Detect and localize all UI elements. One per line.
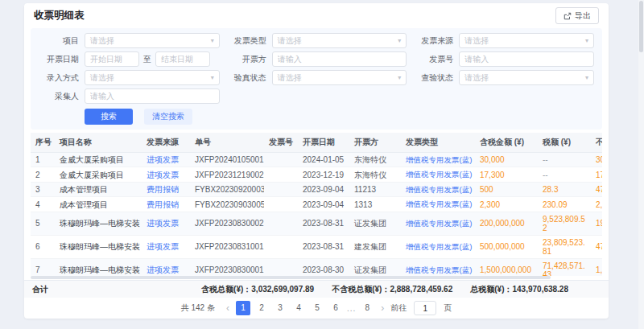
cell-invoice-no bbox=[264, 182, 298, 196]
vertical-scrollbar[interactable] bbox=[638, 0, 644, 329]
vertical-scrollbar-thumb[interactable] bbox=[639, 1, 643, 52]
col-header-source: 发票来源 bbox=[142, 133, 190, 153]
page-button-5[interactable]: 5 bbox=[310, 301, 324, 315]
total-amount-incl-label: 含税总额(¥)： bbox=[201, 285, 251, 294]
col-header-project: 项目名称 bbox=[55, 133, 142, 153]
table-row[interactable]: 5 珠穆朗玛峰—电梯安装 进项发票 JXFP20230830002 2023-0… bbox=[31, 212, 602, 235]
table-row[interactable]: 1 金威大厦采购项目 进项发票 JXFP20240105001 2024-01-… bbox=[31, 153, 602, 167]
invoice-type-select[interactable]: 请选择 ▾ bbox=[272, 33, 407, 48]
cell-issuer: 东海特仪 bbox=[349, 167, 401, 182]
start-date-input[interactable] bbox=[85, 51, 139, 67]
cell-amount-excl: 2,069.91 bbox=[591, 197, 602, 212]
total-amount-incl-value: 3,032,699,097.89 bbox=[251, 285, 314, 294]
prev-page-button[interactable]: ‹ bbox=[224, 303, 232, 313]
clear-search-button[interactable]: 清空搜索 bbox=[144, 109, 192, 125]
cell-seq: 4 bbox=[31, 197, 55, 212]
cell-project: 珠穆朗玛峰—电梯安装 bbox=[55, 235, 142, 258]
collector-label: 采集人 bbox=[32, 91, 79, 102]
col-header-type: 发票类型 bbox=[401, 133, 475, 153]
project-label: 项目 bbox=[32, 35, 79, 47]
filter-invoice-date: 开票日期 至 bbox=[32, 51, 220, 67]
project-select[interactable]: 请选择 ▾ bbox=[85, 33, 220, 48]
goto-page-input[interactable] bbox=[414, 301, 436, 315]
collector-input[interactable] bbox=[85, 88, 220, 104]
invoice-type-label: 发票类型 bbox=[220, 35, 266, 47]
cell-amount-excl: 476,190,476.19 bbox=[591, 235, 602, 258]
filter-panel: 项目 请选择 ▾ 发票类型 请选择 ▾ 发票来源 请选择 ▾ bbox=[31, 28, 602, 130]
invoice-source-select[interactable]: 请选择 ▾ bbox=[459, 33, 594, 48]
cell-source-link[interactable]: 进项发票 bbox=[142, 235, 190, 258]
table-row[interactable]: 7 珠穆朗玛峰—电梯安装 进项发票 JXFP20230830001 2023-0… bbox=[31, 258, 602, 276]
page-button-6[interactable]: 6 bbox=[328, 301, 343, 315]
cell-invoice-no bbox=[264, 153, 298, 167]
cell-project: 珠穆朗玛峰—电梯安装 bbox=[55, 212, 142, 235]
entry-method-select[interactable]: 请选择 ▾ bbox=[85, 70, 220, 85]
cell-doc-no: JXFP20240105001 bbox=[190, 153, 264, 167]
page-button-1[interactable]: 1 bbox=[236, 301, 250, 315]
issuer-label: 开票方 bbox=[220, 54, 266, 65]
cell-issuer: 东海特仪 bbox=[349, 153, 401, 167]
table-row[interactable]: 2 金威大厦采购项目 进项发票 JXFP20231219002 2023-12-… bbox=[31, 167, 602, 182]
table-row[interactable]: 6 珠穆朗玛峰—电梯安装 进项发票 JXFP20230831001 2023-0… bbox=[31, 235, 602, 258]
cell-amount-incl: 17,300 bbox=[475, 167, 538, 182]
col-header-tax: 税额 (¥) bbox=[538, 133, 591, 153]
page-button-2[interactable]: 2 bbox=[254, 301, 269, 315]
page-ellipsis: ... bbox=[347, 304, 356, 313]
page-button-4[interactable]: 4 bbox=[291, 301, 306, 315]
invoice-source-label: 发票来源 bbox=[407, 35, 453, 47]
horizontal-scrollbar[interactable] bbox=[31, 276, 602, 280]
cell-source-link[interactable]: 费用报销 bbox=[142, 197, 190, 212]
cell-tax: -- bbox=[538, 153, 591, 167]
cell-source-link[interactable]: 进项发票 bbox=[142, 212, 190, 235]
chevron-down-icon: ▾ bbox=[585, 74, 588, 81]
verify-status-select[interactable]: 请选择 ▾ bbox=[272, 70, 407, 85]
total-amount-excl: 不含税总额(¥)：2,888,728,459.62 bbox=[332, 284, 452, 295]
filter-actions: 搜索 清空搜索 bbox=[32, 109, 594, 125]
cell-date: 2023-12-19 bbox=[298, 167, 349, 182]
cell-type: 增值税专用发票(蓝) bbox=[401, 197, 475, 212]
cell-project: 珠穆朗玛峰—电梯安装 bbox=[55, 258, 142, 276]
check-status-label: 查验状态 bbox=[407, 72, 453, 84]
chevron-down-icon: ▾ bbox=[398, 74, 401, 81]
total-amount-excl-value: 2,888,728,459.62 bbox=[390, 285, 452, 294]
cell-date: 2024-01-05 bbox=[298, 153, 349, 167]
search-button[interactable]: 搜索 bbox=[85, 109, 133, 125]
total-tax-value: 143,970,638.28 bbox=[512, 285, 568, 294]
check-status-select[interactable]: 请选择 ▾ bbox=[459, 70, 594, 85]
cell-amount-excl: 190,476,190.48 bbox=[591, 212, 602, 235]
chevron-down-icon: ▾ bbox=[211, 37, 214, 44]
check-status-select-placeholder: 请选择 bbox=[464, 72, 489, 84]
end-date-input[interactable] bbox=[155, 51, 210, 67]
cell-tax: 28.3 bbox=[538, 182, 591, 196]
export-button[interactable]: 导出 bbox=[555, 7, 599, 24]
cell-source-link[interactable]: 进项发票 bbox=[142, 167, 190, 182]
table-row[interactable]: 3 成本管理项目 费用报销 FYBX20230920003 2023-09-04… bbox=[31, 182, 602, 196]
cell-type: 增值税专用发票(蓝) bbox=[401, 258, 475, 276]
cell-seq: 1 bbox=[31, 153, 55, 167]
invoice-no-input[interactable] bbox=[459, 51, 594, 67]
cell-type: 增值税专用发票(蓝) bbox=[401, 235, 475, 258]
table-row[interactable]: 4 成本管理项目 费用报销 FYBX20230903005 2023-09-04… bbox=[31, 197, 602, 212]
cell-doc-no: JXFP20230830001 bbox=[190, 258, 264, 276]
cell-project: 金威大厦采购项目 bbox=[55, 167, 142, 182]
horizontal-scrollbar-thumb[interactable] bbox=[31, 276, 551, 279]
cell-tax: 9,523,809.52 bbox=[538, 212, 591, 235]
cell-type: 增值税专用发票(蓝) bbox=[401, 153, 475, 167]
cell-source-link[interactable]: 进项发票 bbox=[142, 258, 190, 276]
total-tax-label: 总税额(¥)： bbox=[470, 285, 512, 294]
cell-seq: 7 bbox=[31, 258, 55, 276]
next-page-button[interactable]: › bbox=[378, 303, 386, 313]
project-select-placeholder: 请选择 bbox=[90, 35, 114, 47]
pagination: 共 142 条 ‹ 1 2 3 4 5 6 ... 8 › 前往 页 bbox=[24, 298, 609, 319]
cell-doc-no: JXFP20230831001 bbox=[190, 235, 264, 258]
cell-source-link[interactable]: 进项发票 bbox=[142, 153, 190, 167]
issuer-input[interactable] bbox=[272, 51, 407, 67]
page-button-3[interactable]: 3 bbox=[273, 301, 287, 315]
total-count: 共 142 条 bbox=[181, 302, 215, 314]
page-button-8[interactable]: 8 bbox=[360, 301, 374, 315]
cell-source-link[interactable]: 费用报销 bbox=[142, 182, 190, 196]
cell-doc-no: JXFP20231219002 bbox=[190, 167, 264, 182]
invoice-type-tag: 增值税专用发票(蓝) bbox=[406, 155, 472, 164]
cell-date: 2023-09-04 bbox=[298, 197, 349, 212]
cell-doc-no: FYBX20230920003 bbox=[190, 182, 264, 196]
